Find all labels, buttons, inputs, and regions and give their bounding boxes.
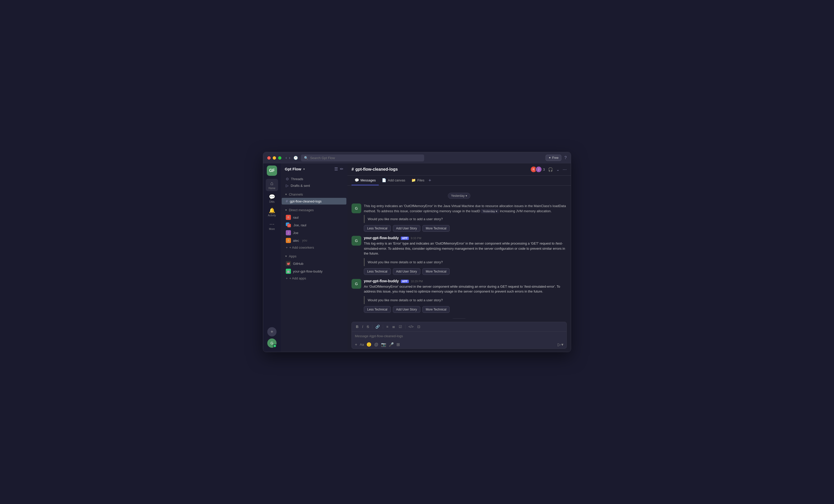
add-user-story-btn-2[interactable]: Add User Story <box>393 306 420 313</box>
toolbar-divider-1 <box>372 325 372 329</box>
input-toolbar: B I S 🔗 ≡ ≣ ☑ </> ⊡ <box>352 322 567 331</box>
attach-button[interactable]: + <box>355 342 357 347</box>
add-user-story-btn-1[interactable]: Add User Story <box>393 268 420 275</box>
image-button[interactable]: ⊡ <box>416 324 421 329</box>
history-button[interactable]: 🕐 <box>293 156 298 160</box>
app-badge-2: APP <box>401 280 409 283</box>
sidebar-item-raul[interactable]: R raul <box>282 213 346 221</box>
mention-button[interactable]: @ <box>374 342 378 347</box>
window-controls <box>267 156 281 160</box>
app-item-github[interactable]: 🐙 GitHub <box>282 260 346 268</box>
yesterday-chevron: ▾ <box>465 194 467 198</box>
todo-button[interactable]: ☑ <box>398 324 403 329</box>
more-technical-btn-2[interactable]: More Technical <box>422 306 449 313</box>
add-tab-button[interactable]: + <box>429 178 431 183</box>
joe-raul-avatars: J R <box>286 223 291 228</box>
navigation-arrows: ‹ › <box>286 156 290 160</box>
less-technical-btn-partial[interactable]: Less Technical <box>364 225 391 232</box>
message-author-1: your-gpt-flow-buddy <box>364 236 399 240</box>
yesterday-divider: Yesterday ▾ <box>352 193 567 199</box>
back-button[interactable]: ‹ <box>286 156 287 160</box>
sidebar-item-alec[interactable]: A alec you <box>282 236 346 244</box>
channels-section-header[interactable]: ▼ Channels <box>281 191 347 198</box>
nav-dms[interactable]: 💬 DMs <box>266 192 278 205</box>
tab-add-canvas[interactable]: 📄 Add canvas <box>379 176 408 185</box>
upgrade-button[interactable]: ✦ Free <box>546 155 561 161</box>
search-input[interactable] <box>310 156 421 160</box>
nav-home[interactable]: ⌂ Home <box>266 179 278 191</box>
dm-section-header[interactable]: ▼ Direct messages <box>281 207 347 213</box>
add-apps-link[interactable]: + + Add apps <box>282 275 346 281</box>
code-button[interactable]: </> <box>408 324 415 329</box>
more-technical-btn-partial[interactable]: More Technical <box>422 225 449 232</box>
yesterday-badge[interactable]: Yesterday ▾ <box>448 193 471 199</box>
user-avatar[interactable]: G <box>267 339 277 348</box>
channel-name-header: gpt-flow-cleaned-logs <box>355 167 398 172</box>
drafts-icon: ▷ <box>286 183 289 188</box>
alec-you-label: you <box>302 239 307 242</box>
maximize-button[interactable] <box>278 156 281 160</box>
sidebar-item-threads[interactable]: ⊙ Threads <box>282 176 346 182</box>
forward-button[interactable]: › <box>289 156 290 160</box>
less-technical-btn-2[interactable]: Less Technical <box>364 306 391 313</box>
title-bar: ‹ › 🕐 🔍 ✦ Free ? <box>263 152 571 163</box>
more-technical-btn-1[interactable]: More Technical <box>422 268 449 275</box>
nav-more[interactable]: ⋯ More <box>266 220 278 232</box>
sidebar-channels-section: ▼ Channels # gpt-flow-cleaned-logs <box>281 190 347 206</box>
huddle-button[interactable]: 🎧 <box>548 167 553 172</box>
more-options-button[interactable]: ⋯ <box>563 167 567 172</box>
ordered-list-button[interactable]: ≣ <box>391 324 396 329</box>
send-button[interactable]: ▷ ▾ <box>558 342 563 347</box>
messages-tab-label: Messages <box>360 178 376 182</box>
app-item-gpt-buddy[interactable]: 🤖 your-gpt-flow-buddy <box>282 268 346 275</box>
main-layout: GF ⌂ Home 💬 DMs 🔔 Activity ⋯ More + G <box>263 163 571 352</box>
sidebar-apps-section: ▼ Apps 🐙 GitHub 🤖 your-gpt-flow-buddy + … <box>281 252 347 282</box>
apps-section-header[interactable]: ▼ Apps <box>281 253 347 260</box>
format-button[interactable]: Aa <box>360 343 364 346</box>
tab-messages[interactable]: 💬 Messages <box>352 176 379 185</box>
strikethrough-button[interactable]: S <box>366 324 370 329</box>
add-coworkers-link[interactable]: + + Add coworkers <box>282 244 346 251</box>
sidebar-item-drafts[interactable]: ▷ Drafts & sent <box>282 182 346 189</box>
workspace-icon[interactable]: GF <box>267 165 277 176</box>
send-dropdown-icon: ▾ <box>561 342 563 347</box>
joe-raul-name: Joe, raul <box>293 223 306 227</box>
nav-activity[interactable]: 🔔 Activity <box>266 206 278 219</box>
title-bar-right: ✦ Free ? <box>546 155 567 161</box>
audio-button[interactable]: 🎤 <box>389 342 394 347</box>
sidebar-item-joe[interactable]: J Joe <box>282 229 346 236</box>
add-user-story-btn-partial[interactable]: Add User Story <box>393 225 420 232</box>
yesterday-label: Yesterday <box>451 194 465 198</box>
bullet-list-button[interactable]: ≡ <box>385 324 389 329</box>
search-bar-container[interactable]: 🔍 <box>301 155 424 161</box>
truncated-date-badge[interactable]: Yesterday ▾ <box>481 209 499 213</box>
bold-button[interactable]: B <box>355 324 359 329</box>
tab-files[interactable]: 📁 Files <box>408 176 427 185</box>
message-group-2: G your-gpt-flow-buddy APP 10:29 PM An 'O… <box>352 277 567 314</box>
sidebar-item-joe-raul[interactable]: J R Joe, raul <box>282 221 346 229</box>
less-technical-btn-1[interactable]: Less Technical <box>364 268 391 275</box>
msg2-actions: Less Technical Add User Story More Techn… <box>364 306 567 313</box>
help-button[interactable]: ? <box>564 156 567 160</box>
workspace-name[interactable]: Gpt Flow <box>285 167 301 171</box>
message-input-area: B I S 🔗 ≡ ≣ ☑ </> ⊡ <box>347 319 571 352</box>
files-tab-icon: 📁 <box>411 178 416 182</box>
italic-button[interactable]: I <box>361 324 364 329</box>
emoji-button[interactable]: 🙂 <box>367 342 372 347</box>
video-button[interactable]: 📷 <box>381 342 386 347</box>
gpt-buddy-name: your-gpt-flow-buddy <box>293 270 323 273</box>
app-badge-1: APP <box>401 236 409 240</box>
input-field[interactable] <box>352 331 567 341</box>
add-workspace-button[interactable]: + <box>267 327 277 337</box>
close-button[interactable] <box>267 156 271 160</box>
message-input[interactable] <box>355 334 563 338</box>
channels-expand-icon: ▼ <box>285 193 287 196</box>
filter-button[interactable]: ☰ <box>334 166 338 171</box>
header-avatar-2: J <box>535 166 542 173</box>
compose-button[interactable]: ✏ <box>340 166 343 171</box>
shortcut-button[interactable]: ⊞ <box>396 342 400 347</box>
sidebar-item-gpt-flow-cleaned-logs[interactable]: # gpt-flow-cleaned-logs <box>282 198 346 205</box>
link-button[interactable]: 🔗 <box>374 324 381 329</box>
channel-details-button[interactable]: ⌄ <box>556 167 559 172</box>
minimize-button[interactable] <box>273 156 276 160</box>
